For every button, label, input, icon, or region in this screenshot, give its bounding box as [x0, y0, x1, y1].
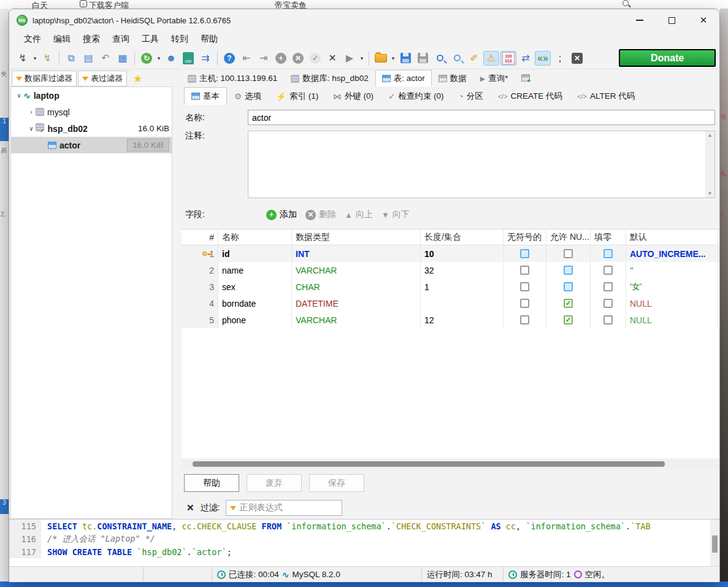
- tree-chevron-icon[interactable]: ∨: [15, 92, 23, 99]
- checkbox-zerofill[interactable]: [603, 315, 613, 324]
- tree-item-hsp_db02[interactable]: ∨✓hsp_db0216.0 KiB: [11, 120, 172, 137]
- toolbar-close-panel-icon[interactable]: ✕: [569, 51, 585, 66]
- grid-cell[interactable]: '': [626, 262, 718, 278]
- checkbox-unsigned[interactable]: [520, 299, 529, 308]
- sql-log-scrollbar[interactable]: [710, 520, 719, 566]
- checkbox-allow_null[interactable]: ✓: [564, 315, 573, 324]
- checkbox-cell[interactable]: [591, 312, 626, 328]
- toolbar-goto-first-icon[interactable]: ⇤: [239, 51, 255, 66]
- toolbar-undo-icon[interactable]: ↶: [98, 51, 113, 66]
- toolbar-replace-icon[interactable]: [449, 51, 465, 66]
- database-filter-button[interactable]: 数据库过滤器: [12, 71, 77, 86]
- grid-cell[interactable]: 12: [421, 312, 504, 328]
- checkbox-cell[interactable]: [504, 262, 546, 278]
- toolbar-connect-icon[interactable]: ↯: [15, 51, 31, 66]
- menu-item-帮助[interactable]: 帮助: [194, 33, 224, 46]
- comment-scrollbar[interactable]: ▲▼: [705, 131, 715, 198]
- toolbar-help-icon[interactable]: ?: [221, 51, 237, 66]
- favorites-star-icon[interactable]: ★: [133, 72, 142, 85]
- filter-input[interactable]: 正则表达式: [226, 500, 342, 516]
- toolbar-find-icon[interactable]: [432, 51, 448, 66]
- grid-cell[interactable]: 32: [421, 262, 504, 278]
- checkbox-allow_null[interactable]: [564, 249, 573, 258]
- menu-item-文件[interactable]: 文件: [18, 33, 47, 46]
- grid-cell[interactable]: '女': [626, 278, 718, 295]
- toolbar-export-csv-icon[interactable]: csv: [180, 51, 196, 66]
- menu-item-查询[interactable]: 查询: [106, 33, 136, 46]
- subtab-基本[interactable]: 基本: [184, 87, 227, 105]
- sql-log-panel[interactable]: 115SELECT tc.CONSTRAINT_NAME, cc.CHECK_C…: [9, 519, 719, 566]
- grid-row-borndate[interactable]: 4borndateDATETIME✓NULL: [182, 295, 719, 312]
- subtab-ALTER 代码[interactable]: </>ALTER 代码: [570, 87, 642, 105]
- filter-close-icon[interactable]: ✕: [186, 502, 194, 513]
- button-帮助[interactable]: 帮助: [184, 474, 239, 492]
- checkbox-zerofill[interactable]: [603, 266, 613, 275]
- grid-header-无符号的[interactable]: 无符号的: [504, 229, 546, 245]
- dropdown-caret-icon[interactable]: ▾: [358, 55, 366, 61]
- columns-grid[interactable]: #名称数据类型长度/集合无符号的允许 NU...填零默认1idINT10AUTO…: [182, 229, 719, 458]
- grid-header-填零[interactable]: 填零: [591, 229, 626, 245]
- toolbar-session-manager-icon[interactable]: ☻: [163, 51, 179, 66]
- grid-cell[interactable]: name: [218, 262, 292, 278]
- toolbar-copy-icon[interactable]: ⧉: [63, 51, 79, 66]
- minimize-button[interactable]: [624, 9, 656, 31]
- toolbar-binary-view-icon[interactable]: 100010: [500, 51, 516, 66]
- toolbar-execute-icon[interactable]: ▶: [342, 51, 358, 66]
- main-tab-数据库: hsp_db02[interactable]: 数据库: hsp_db02: [284, 70, 375, 86]
- main-tab-new-query[interactable]: +: [515, 71, 537, 86]
- subtab-CREATE 代码[interactable]: </>CREATE 代码: [491, 87, 570, 105]
- subtab-分区[interactable]: ◔分区: [451, 87, 491, 105]
- main-tab-主机: 100.113.199.61[interactable]: 主机: 100.113.199.61: [181, 70, 284, 86]
- table-comment-textarea[interactable]: ▲▼: [248, 131, 715, 198]
- grid-cell[interactable]: VARCHAR: [292, 312, 421, 328]
- subtab-索引 (1)[interactable]: ⚡索引 (1): [269, 87, 326, 105]
- toolbar-save-icon[interactable]: [397, 51, 413, 66]
- grid-row-phone[interactable]: 5phoneVARCHAR12✓NULL: [182, 312, 719, 328]
- checkbox-allow_null[interactable]: [564, 282, 573, 291]
- grid-header-数据类型[interactable]: 数据类型: [292, 229, 421, 245]
- toolbar-data-flow-icon[interactable]: ⇉: [197, 51, 213, 66]
- grid-header-名称[interactable]: 名称: [218, 229, 292, 245]
- dropdown-caret-icon[interactable]: ▾: [31, 55, 39, 61]
- toolbar-open-file-icon[interactable]: [373, 51, 389, 66]
- checkbox-unsigned[interactable]: [520, 249, 529, 258]
- toolbar-bind-params-icon[interactable]: «»: [535, 51, 551, 66]
- tree-item-mysql[interactable]: ›mysql: [11, 104, 172, 120]
- grid-cell[interactable]: NULL: [626, 295, 718, 312]
- grid-row-sex[interactable]: 3sexCHAR1'女': [182, 278, 719, 295]
- toolbar-cancel-icon[interactable]: ✕: [324, 51, 340, 66]
- grid-cell[interactable]: borndate: [218, 295, 292, 312]
- menu-item-搜索[interactable]: 搜索: [77, 33, 106, 46]
- grid-cell[interactable]: VARCHAR: [292, 262, 421, 278]
- checkbox-zerofill[interactable]: [603, 249, 613, 258]
- checkbox-zerofill[interactable]: [603, 299, 613, 308]
- table-name-input[interactable]: [248, 110, 715, 125]
- checkbox-allow_null[interactable]: [564, 266, 573, 275]
- table-filter-button[interactable]: 表过滤器: [78, 71, 127, 86]
- grid-header-#[interactable]: #: [182, 229, 218, 245]
- grid-cell[interactable]: AUTO_INCREME...: [626, 245, 718, 262]
- tree-chevron-icon[interactable]: ∨: [27, 125, 36, 132]
- checkbox-cell[interactable]: [591, 245, 626, 262]
- dropdown-caret-icon[interactable]: ▾: [389, 55, 397, 61]
- tree-item-laptop[interactable]: ∨∿laptop: [11, 87, 172, 104]
- dropdown-caret-icon[interactable]: ▾: [155, 55, 163, 61]
- toolbar-refresh-icon[interactable]: ↻: [139, 51, 155, 66]
- checkbox-cell[interactable]: [591, 262, 626, 278]
- title-bar[interactable]: HS laptop\hsp_db02\actor\ - HeidiSQL Por…: [9, 9, 719, 31]
- grid-cell[interactable]: 1: [421, 278, 504, 295]
- grid-row-id[interactable]: 1idINT10AUTO_INCREME...: [182, 245, 719, 262]
- grid-cell[interactable]: DATETIME: [292, 295, 421, 312]
- checkbox-cell[interactable]: ✓: [546, 295, 591, 312]
- checkbox-cell[interactable]: ✓: [546, 312, 591, 328]
- toolbar-goto-last-icon[interactable]: ⇥: [256, 51, 272, 66]
- toolbar-clean-icon[interactable]: ✐: [466, 51, 482, 66]
- toolbar-row-add-icon[interactable]: +: [273, 51, 289, 66]
- main-tab-表: actor[interactable]: 表: actor: [375, 70, 432, 86]
- checkbox-cell[interactable]: [504, 245, 546, 262]
- checkbox-unsigned[interactable]: [520, 266, 529, 275]
- subtab-检查约束 (0)[interactable]: ✓检查约束 (0): [381, 87, 451, 105]
- checkbox-cell[interactable]: [591, 295, 626, 312]
- close-button[interactable]: ✕: [688, 9, 719, 31]
- grid-header-允许 NU...[interactable]: 允许 NU...: [546, 229, 591, 245]
